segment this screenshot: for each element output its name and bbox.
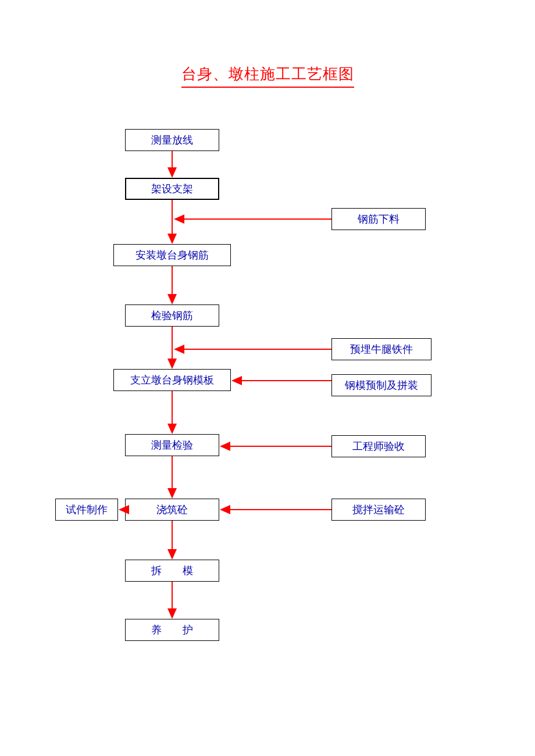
node-formwork-prefab: 钢模预制及拼装 [331,374,431,396]
node-specimen: 试件制作 [55,499,118,521]
node-embedded-parts: 预埋牛腿铁件 [331,338,431,360]
node-install-rebar: 安装墩台身钢筋 [113,244,231,266]
node-measure-layout: 测量放线 [125,129,219,151]
node-erect-formwork: 支立墩台身钢模板 [113,369,231,391]
node-inspect-rebar: 检验钢筋 [125,304,219,327]
node-mix-transport: 搅拌运输砼 [331,499,426,521]
node-rebar-cutting: 钢筋下料 [331,208,426,230]
node-pour-concrete: 浇筑砼 [125,499,219,521]
arrows-layer [0,0,535,756]
flowchart-canvas: 测量放线 架设支架 安装墩台身钢筋 检验钢筋 支立墩台身钢模板 测量检验 浇筑砼… [0,0,535,756]
node-erect-support: 架设支架 [125,178,219,200]
node-engineer-accept: 工程师验收 [331,435,426,457]
node-measure-inspect: 测量检验 [125,434,219,456]
node-curing: 养 护 [125,619,219,641]
node-remove-formwork: 拆 模 [125,560,219,582]
